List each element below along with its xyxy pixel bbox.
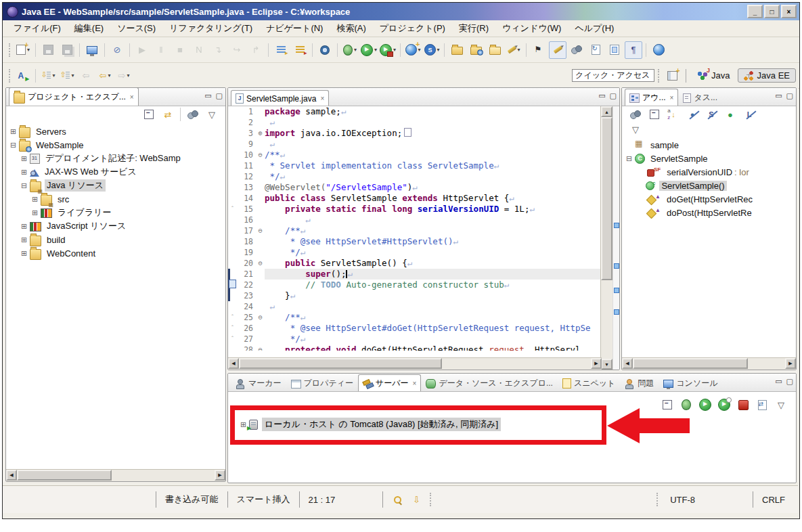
search-flag-icon[interactable] (530, 41, 548, 59)
link-with-editor-icon[interactable]: ⇄ (159, 106, 177, 123)
debug-ui-icon[interactable] (83, 41, 101, 59)
code-line-26[interactable]: ˆ26 * @see HttpServlet#doGet(HttpServlet… (228, 323, 600, 334)
new-web-wizard-icon[interactable]: ▾ (404, 41, 422, 59)
fold-toggle-icon[interactable]: ⊖ (256, 225, 265, 236)
view-menu-icon[interactable]: ▽ (203, 106, 221, 123)
jaxws-web-service-icon[interactable] (14, 67, 32, 85)
start-server-icon[interactable] (696, 396, 714, 414)
new-servlet-icon-dropdown[interactable]: ▾ (437, 47, 440, 53)
export-icon[interactable] (467, 41, 485, 59)
toolbar-grip[interactable] (658, 69, 659, 83)
profile-server-icon[interactable] (715, 396, 733, 414)
forward-icon-dropdown[interactable]: ▾ (127, 72, 129, 79)
minimize-view-button[interactable]: ▭ (775, 377, 782, 386)
tree-expander-icon[interactable]: ⊞ (20, 249, 28, 258)
code-line-2[interactable]: 2 ↵ (228, 117, 600, 128)
code-line-23[interactable]: 23 }↵ (228, 290, 600, 301)
hide-static-members-icon[interactable]: S (703, 106, 720, 123)
tree-item[interactable]: ⊞src (6, 192, 225, 206)
view-tab[interactable]: スニペット (558, 374, 620, 391)
code-line-22[interactable]: 22 // TODO Auto-generated constructor st… (228, 280, 600, 290)
debug-history-icon[interactable] (291, 41, 309, 59)
tree-item[interactable]: ⊞ライブラリー (6, 206, 225, 219)
code-line-19[interactable]: 19 */↵ (228, 247, 600, 258)
menu-item[interactable]: 編集(E) (68, 21, 110, 36)
code-line-16[interactable]: 16 ↵ (228, 215, 600, 225)
tree-item[interactable]: ⊞build (6, 233, 225, 246)
tree-item[interactable]: cServletSample() (622, 179, 796, 192)
fold-toggle-icon[interactable]: ⊖ (256, 150, 265, 160)
back-icon-dropdown[interactable]: ▾ (108, 72, 110, 79)
servers-view-menu-icon[interactable]: ▽ (772, 396, 790, 414)
fold-toggle-icon[interactable]: ⊖ (256, 258, 265, 269)
maximize-window-button[interactable]: □ (764, 5, 780, 18)
server-row-tomcat8[interactable]: ⊞ ローカル・ホスト の Tomcat8 (Java8) [始動済み, 同期済み… (239, 418, 501, 431)
view-tab[interactable]: タス... (678, 89, 722, 106)
code-line-10[interactable]: 10⊖/**↵ (228, 150, 600, 160)
close-tab-icon[interactable]: × (670, 94, 674, 102)
open-resource-icon[interactable] (486, 41, 504, 59)
code-line-27[interactable]: ˆ27 */↵ (228, 334, 600, 345)
tree-item[interactable]: ▲doPost(HttpServletRe (622, 206, 796, 219)
menu-item[interactable]: リファクタリング(T) (162, 21, 259, 36)
maximize-view-button[interactable]: ▢ (786, 377, 793, 386)
open-web-browser-icon[interactable] (650, 41, 667, 59)
code-line-13[interactable]: 13@WebServlet("/ServletSample")↵ (228, 182, 600, 193)
tree-item[interactable]: sample (622, 138, 796, 152)
hide-local-types-icon[interactable]: L (740, 106, 758, 123)
code-editor[interactable]: 1package sample;↵2 ↵3⊕import java.io.IOE… (228, 106, 600, 370)
tree-item[interactable]: ⊞デプロイメント記述子: WebSamp (6, 152, 225, 165)
code-line-28[interactable]: 28⊖ protected void doGet(HttpServletRequ… (228, 345, 600, 351)
run-history-icon[interactable] (272, 41, 290, 59)
code-line-21[interactable]: 21 super();↵ (228, 269, 600, 280)
import-icon[interactable] (448, 41, 466, 59)
previous-annotation-icon-dropdown[interactable]: ▾ (71, 72, 74, 79)
close-tab-icon[interactable]: × (413, 380, 417, 387)
tree-expander-icon[interactable]: ⊞ (20, 168, 28, 177)
view-tab[interactable]: サーバー× (358, 374, 421, 391)
minimize-view-button[interactable]: ▭ (204, 91, 211, 100)
tree-expander-icon[interactable]: ⊟ (625, 154, 633, 163)
last-edit-location-icon[interactable]: ⇦ (77, 67, 95, 85)
view-tab[interactable]: コンソール (659, 374, 722, 391)
code-line-25[interactable]: ˆ25⊖ /**↵ (228, 312, 600, 323)
tree-item[interactable]: ⊞JAX-WS Web サービス (6, 165, 225, 179)
code-line-14[interactable]: 14public class ServletSample extends Htt… (228, 193, 600, 204)
view-tab[interactable]: データ・ソース・エクスプロ... (421, 374, 558, 391)
annotate-icon[interactable]: ▾ (505, 41, 522, 59)
toggle-readonly-icon[interactable]: ⊘ (108, 41, 126, 59)
fold-toggle-icon[interactable]: ⊖ (256, 312, 265, 323)
perspective-java[interactable]: Java (691, 68, 736, 83)
maximize-view-button[interactable]: ▢ (786, 91, 793, 100)
show-whitespace-icon[interactable]: ¶ (625, 41, 642, 59)
show-selected-source-icon[interactable] (606, 41, 623, 59)
next-annotation-icon[interactable]: ▾ (39, 67, 57, 85)
code-line-24[interactable]: 24 ↵ (228, 301, 600, 312)
code-line-1[interactable]: 1package sample;↵ (228, 106, 600, 117)
view-tab[interactable]: 問題 (620, 374, 659, 391)
minimize-window-button[interactable]: _ (747, 5, 763, 18)
tree-item[interactable]: ⊞Servers (6, 125, 225, 138)
run-icon-dropdown[interactable]: ▾ (374, 47, 377, 53)
tree-item[interactable]: ⊞JavaScript リソース (6, 219, 225, 233)
close-tab-icon[interactable]: × (130, 93, 134, 101)
tree-expander-icon[interactable]: ⊞ (20, 154, 28, 163)
close-tab-icon[interactable]: × (320, 95, 324, 102)
debug-icon[interactable]: ▾ (341, 41, 359, 59)
menu-item[interactable]: ソース(S) (110, 21, 162, 36)
fold-toggle-icon[interactable]: ⊖ (256, 345, 265, 351)
tree-item[interactable]: ⊟WebSample (6, 138, 225, 152)
new-servlet-icon[interactable]: ▾ (423, 41, 441, 59)
tree-item[interactable]: ⊟Java リソース (6, 179, 225, 192)
minimize-view-button[interactable]: ▭ (775, 91, 782, 100)
close-window-button[interactable]: × (781, 5, 797, 18)
code-line-15[interactable]: ˆ15 private static final long serialVers… (228, 204, 600, 215)
view-tab[interactable]: マーカー (231, 374, 286, 391)
tree-expander-icon[interactable]: ⊞ (30, 195, 39, 204)
link-refresh-icon[interactable] (587, 41, 604, 59)
horizontal-scrollbar[interactable]: ◀ ▶ (228, 357, 602, 370)
fold-toggle-icon[interactable]: ⊕ (256, 128, 265, 139)
show-public-members-icon[interactable]: ● (721, 106, 739, 123)
maximize-view-button[interactable]: ▢ (610, 91, 617, 100)
tree-expander-icon[interactable]: ⊞ (9, 127, 18, 136)
